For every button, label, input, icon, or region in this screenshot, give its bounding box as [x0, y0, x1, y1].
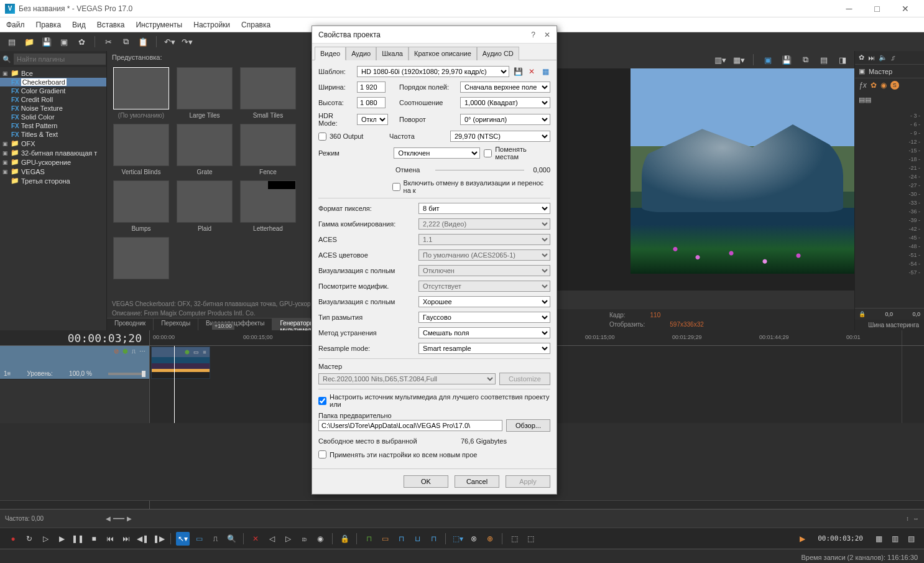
zoom-slider-icon[interactable]: ━━━	[113, 515, 124, 522]
prerender-folder-input[interactable]	[318, 420, 502, 431]
menu-tools[interactable]: Инструменты	[136, 21, 182, 29]
height-input[interactable]	[357, 97, 386, 108]
marker-flag-icon[interactable]: ▶	[795, 532, 809, 546]
ok-button[interactable]: OK	[404, 475, 448, 488]
menu-help[interactable]: Справка	[241, 21, 270, 29]
preview-save-icon[interactable]: 💾	[780, 53, 793, 67]
tab-transitions[interactable]: Переходы	[154, 319, 198, 330]
resample-select[interactable]: Smart resample	[418, 343, 550, 354]
zoom-height-icon[interactable]: ↕	[906, 515, 909, 522]
undo-icon[interactable]: ↶▾	[163, 35, 177, 49]
go-end-icon[interactable]: ⏭	[119, 532, 133, 546]
dialog-tab-summary[interactable]: Краткое описание	[409, 47, 477, 60]
blur-select[interactable]: Гауссово	[418, 312, 550, 323]
browse-button[interactable]: Обзор...	[506, 419, 550, 432]
timecode-display[interactable]: 00:00:03;20	[68, 332, 142, 345]
tree-fx-checkerboard[interactable]: Checkerboard	[21, 78, 67, 86]
zoom-out-icon[interactable]: ◀	[106, 515, 111, 522]
track-level-slider[interactable]	[108, 373, 146, 375]
deint-select[interactable]: Смешать поля	[418, 327, 550, 338]
clip-gen-icon[interactable]: ≡	[201, 348, 208, 356]
track-automation-icon[interactable]: ⎍	[132, 348, 136, 355]
fx-icon[interactable]: ƒx	[859, 81, 867, 90]
menu-options[interactable]: Настройки	[193, 21, 230, 29]
tree-fx-colorgradient[interactable]: Color Gradient	[21, 87, 66, 95]
zoom-width-icon[interactable]: ↔	[913, 515, 919, 522]
autocrossfade-icon[interactable]: ⊗	[467, 532, 481, 546]
play-icon[interactable]: ▶	[55, 532, 68, 546]
trim-start-icon[interactable]: ◁	[265, 532, 279, 546]
timeline-scrollbar[interactable]	[0, 500, 924, 509]
tree-folder-32bit[interactable]: 32-битная плавающая т	[21, 149, 97, 157]
maximize-button[interactable]: □	[863, 0, 891, 17]
preview-copy-icon[interactable]: ⧉	[798, 53, 812, 67]
tab-videofx[interactable]: Видеоспецэффекты	[198, 319, 272, 330]
lock-icon[interactable]: 🔒	[338, 532, 351, 546]
trim-end-icon[interactable]: ▷	[281, 532, 295, 546]
mixer-icon[interactable]: ⎎	[891, 54, 895, 62]
preset-item[interactable]	[112, 237, 170, 282]
dialog-help-icon[interactable]: ?	[531, 30, 535, 39]
stop-icon[interactable]: ■	[87, 532, 101, 546]
next-frame-icon[interactable]: ❚▶	[152, 532, 165, 546]
dialog-tab-audiocd[interactable]: Аудио CD	[477, 47, 519, 60]
speaker-icon[interactable]: 🔈	[879, 54, 887, 62]
dialog-close-icon[interactable]: ✕	[544, 30, 550, 39]
record-icon[interactable]: ●	[6, 532, 20, 546]
dialog-tab-video[interactable]: Видео	[315, 47, 346, 60]
preset-item[interactable]: Grate	[175, 124, 234, 175]
autosave-icon[interactable]: ⊕	[483, 532, 497, 546]
magnify-icon[interactable]: 🔍	[224, 532, 238, 546]
template-match-icon[interactable]: ▦	[540, 67, 550, 77]
layout-icon[interactable]: ▦	[872, 532, 885, 546]
normal-edit-tool-icon[interactable]: ↖▾	[176, 532, 190, 546]
rotate-select[interactable]: 0° (оригинал)	[460, 114, 550, 125]
tree-fx-solidcolor[interactable]: Solid Color	[21, 113, 55, 121]
tab-explorer[interactable]: Проводник	[107, 319, 154, 330]
dialog-tab-ruler[interactable]: Шкала	[376, 47, 409, 60]
tree-all[interactable]: Все	[21, 70, 33, 77]
render-icon[interactable]: ▣	[57, 35, 71, 49]
snap-events-icon[interactable]: ⊓	[427, 532, 440, 546]
track-more-icon[interactable]: ⋯	[139, 348, 146, 355]
plugin-search-input[interactable]	[14, 54, 106, 65]
save-icon[interactable]: 💾	[40, 35, 53, 49]
delete-icon[interactable]: ✕	[249, 532, 262, 546]
master-bus-tab[interactable]: Шина мастеринга	[855, 320, 924, 330]
video-track-header[interactable]: ⊘ ⬢ ⎍ ⋯ 1≡ Уровень: 100,0 %	[0, 346, 149, 379]
preset-item[interactable]: Letterhead	[239, 180, 297, 232]
menu-view[interactable]: Вид	[72, 21, 86, 29]
preset-item[interactable]: Bumps	[112, 180, 170, 232]
hdr-select[interactable]: Отключ	[357, 114, 388, 125]
adjust-media-checkbox[interactable]	[318, 397, 326, 405]
play-from-start-icon[interactable]: ▷	[39, 532, 52, 546]
ignore-event-grouping-icon[interactable]: ⬚	[507, 532, 521, 546]
layout2-icon[interactable]: ▥	[888, 532, 902, 546]
template-select[interactable]: HD 1080-60i (1920x1080; 29,970 кадр/с)	[357, 66, 509, 77]
tree-folder-thirdparty[interactable]: Третья сторона	[21, 177, 70, 185]
preset-item[interactable]: Vertical Blinds	[112, 124, 170, 175]
track-fx-icon[interactable]: ⬢	[122, 348, 128, 355]
preset-item[interactable]: Plaid	[175, 180, 234, 232]
tree-folder-ofx[interactable]: OFX	[21, 140, 35, 147]
playhead[interactable]	[174, 346, 175, 423]
output360-checkbox[interactable]	[318, 133, 326, 141]
properties-icon[interactable]: ✿	[75, 35, 88, 49]
next-icon[interactable]: ⏭	[868, 54, 875, 62]
snap-icon[interactable]: ⊓	[362, 532, 376, 546]
quantize-icon[interactable]: ▭	[378, 532, 392, 546]
preview-fx-icon[interactable]: ▤	[817, 53, 831, 67]
fullres2-select[interactable]: Хорошее	[418, 296, 550, 307]
tree-fx-noisetexture[interactable]: Noise Texture	[21, 105, 63, 112]
loop-icon[interactable]: ↻	[22, 532, 36, 546]
aspect-select[interactable]: 1,0000 (Квадрат)	[460, 97, 550, 108]
prev-frame-icon[interactable]: ◀❚	[136, 532, 149, 546]
paste-icon[interactable]: 📋	[136, 35, 150, 49]
redo-icon[interactable]: ↷▾	[180, 35, 194, 49]
autoripple-icon[interactable]: ⬚▾	[451, 532, 464, 546]
video-clip[interactable]: ⬢ ▭ ≡ (медиагэа)	[151, 347, 210, 379]
selection-tool-icon[interactable]: ▭	[192, 532, 206, 546]
preset-item[interactable]: Fence	[239, 124, 297, 175]
preview-split-icon[interactable]: ◨	[836, 53, 849, 67]
clip-fx-icon[interactable]: ⬢	[183, 348, 191, 356]
